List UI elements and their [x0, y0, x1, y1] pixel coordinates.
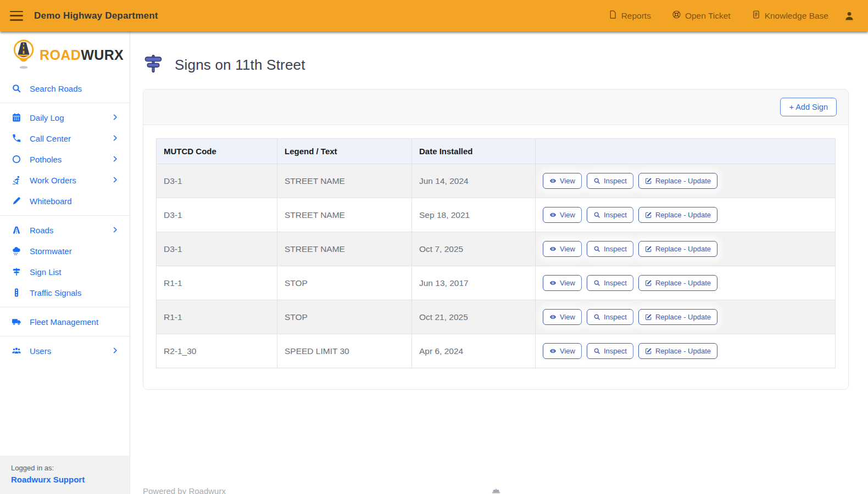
- column-header-actions: [536, 139, 836, 164]
- replace-update-button[interactable]: Replace - Update: [638, 207, 717, 223]
- mutcd-code-cell: D3-1: [157, 232, 277, 266]
- chevron-right-icon: [112, 176, 119, 185]
- view-button[interactable]: View: [543, 173, 582, 189]
- chevron-right-icon: [112, 155, 119, 164]
- view-button[interactable]: View: [543, 343, 582, 359]
- card-toolbar: + Add Sign: [143, 89, 848, 125]
- inspect-button[interactable]: Inspect: [587, 173, 633, 189]
- replace-update-button[interactable]: Replace - Update: [638, 309, 717, 325]
- column-header-legend: Legend / Text: [277, 139, 412, 164]
- table-row: D3-1 STREET NAME Oct 7, 2025 View Inspec…: [157, 232, 836, 266]
- mutcd-code-cell: R1-1: [157, 266, 277, 300]
- inspect-button[interactable]: Inspect: [587, 343, 633, 359]
- rain-cloud-icon: [11, 246, 21, 256]
- signpost-icon: [143, 54, 164, 75]
- roadwurx-pin-icon: [11, 38, 36, 71]
- mutcd-code-cell: R1-1: [157, 300, 277, 334]
- edit-pencil-square-icon: [645, 211, 652, 218]
- sidebar-divider: [0, 215, 130, 216]
- chevron-right-icon: [112, 113, 119, 122]
- calendar-icon: [11, 113, 21, 123]
- date-installed-cell: Sep 18, 2021: [412, 198, 536, 232]
- inspect-button[interactable]: Inspect: [587, 309, 633, 325]
- edit-pencil-square-icon: [645, 245, 652, 252]
- search-icon: [593, 347, 600, 355]
- legend-cell: STREET NAME: [277, 232, 412, 266]
- search-icon: [593, 279, 600, 287]
- signs-table: MUTCD Code Legend / Text Date Installed …: [156, 138, 836, 368]
- view-button[interactable]: View: [543, 309, 582, 325]
- chevron-right-icon: [112, 226, 119, 235]
- roadwurx-logo: ROADWURX: [0, 31, 130, 78]
- table-row: D3-1 STREET NAME Sep 18, 2021 View Inspe…: [157, 198, 836, 232]
- mutcd-code-cell: R2-1_30: [157, 334, 277, 368]
- brand-road-text: ROAD: [40, 47, 81, 63]
- sidebar-item-work-orders[interactable]: Work Orders: [0, 170, 130, 190]
- sidebar-item-daily-log[interactable]: Daily Log: [0, 107, 130, 128]
- logged-in-user-link[interactable]: Roadwurx Support: [11, 475, 119, 484]
- inspect-button[interactable]: Inspect: [587, 241, 633, 257]
- sidebar-item-whiteboard[interactable]: Whiteboard: [0, 190, 130, 211]
- table-row: R1-1 STOP Oct 21, 2025 View Inspect: [157, 300, 836, 334]
- actions-cell: View Inspect Replace - Update: [536, 300, 836, 334]
- hamburger-menu-icon[interactable]: [10, 11, 23, 21]
- sidebar-item-fleet-management[interactable]: Fleet Management: [0, 311, 130, 332]
- search-icon: [11, 83, 21, 94]
- column-header-mutcd-code: MUTCD Code: [157, 139, 277, 164]
- eye-icon: [549, 313, 557, 321]
- actions-cell: View Inspect Replace - Update: [536, 266, 836, 300]
- sidebar-item-potholes[interactable]: Potholes: [0, 149, 130, 170]
- life-ring-icon: [672, 10, 681, 21]
- edit-pencil-square-icon: [645, 279, 652, 287]
- sidebar-item-stormwater[interactable]: Stormwater: [0, 240, 130, 261]
- inspect-button[interactable]: Inspect: [587, 207, 633, 223]
- replace-update-button[interactable]: Replace - Update: [638, 343, 717, 359]
- page-heading: Signs on 11th Street: [143, 54, 849, 75]
- sidebar-item-search-roads[interactable]: Search Roads: [0, 78, 130, 99]
- replace-update-button[interactable]: Replace - Update: [638, 241, 717, 257]
- search-icon: [593, 177, 600, 184]
- sidebar-item-roads[interactable]: Roads: [0, 220, 130, 240]
- logged-in-as-label: Logged in as:: [11, 464, 119, 472]
- date-installed-cell: Jun 13, 2017: [412, 266, 536, 300]
- date-installed-cell: Oct 7, 2025: [412, 232, 536, 266]
- legend-cell: SPEED LIMIT 30: [277, 334, 412, 368]
- legend-cell: STREET NAME: [277, 164, 412, 198]
- date-installed-cell: Oct 21, 2025: [412, 300, 536, 334]
- column-header-date-installed: Date Installed: [412, 139, 536, 164]
- nav-open-ticket[interactable]: Open Ticket: [672, 10, 731, 21]
- search-icon: [593, 211, 600, 218]
- top-navbar: Demo Highway Department Reports Open Tic…: [0, 0, 868, 31]
- nav-knowledge-base[interactable]: Knowledge Base: [752, 10, 828, 21]
- sidebar-item-sign-list[interactable]: Sign List: [0, 261, 130, 282]
- eye-icon: [549, 347, 557, 355]
- mutcd-code-cell: D3-1: [157, 198, 277, 232]
- circle-icon: [11, 154, 21, 165]
- table-header-row: MUTCD Code Legend / Text Date Installed: [157, 139, 836, 164]
- sidebar-divider: [0, 103, 130, 103]
- table-row: D3-1 STREET NAME Jun 14, 2024 View Inspe…: [157, 164, 836, 198]
- add-sign-button[interactable]: + Add Sign: [780, 98, 837, 116]
- worker-icon: [11, 175, 21, 186]
- date-installed-cell: Jun 14, 2024: [412, 164, 536, 198]
- view-button[interactable]: View: [543, 241, 582, 257]
- inspect-button[interactable]: Inspect: [587, 275, 633, 291]
- view-button[interactable]: View: [543, 207, 582, 223]
- legend-cell: STREET NAME: [277, 198, 412, 232]
- replace-update-button[interactable]: Replace - Update: [638, 173, 717, 189]
- nav-reports[interactable]: Reports: [608, 10, 651, 21]
- actions-cell: View Inspect Replace - Update: [536, 164, 836, 198]
- hard-hat-icon: [491, 486, 501, 494]
- view-button[interactable]: View: [543, 275, 582, 291]
- table-row: R2-1_30 SPEED LIMIT 30 Apr 6, 2024 View …: [157, 334, 836, 368]
- replace-update-button[interactable]: Replace - Update: [638, 275, 717, 291]
- sidebar-item-users[interactable]: Users: [0, 340, 130, 361]
- file-icon: [608, 10, 617, 21]
- pen-icon: [11, 196, 21, 206]
- user-account-icon[interactable]: [844, 10, 855, 21]
- search-icon: [593, 245, 600, 252]
- brand-wurx-text: WURX: [81, 47, 124, 63]
- sidebar-item-traffic-signals[interactable]: Traffic Signals: [0, 282, 130, 303]
- sidebar: ROADWURX Search Roads Daily Log Call Cen…: [0, 31, 130, 494]
- sidebar-item-call-center[interactable]: Call Center: [0, 128, 130, 149]
